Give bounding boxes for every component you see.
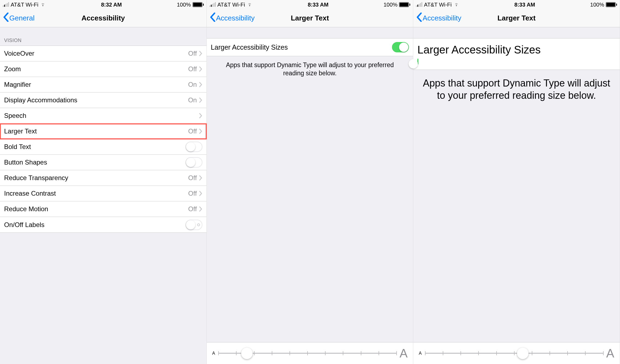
back-button[interactable]: General <box>3 13 35 24</box>
carrier-label: AT&T Wi-Fi <box>11 2 38 8</box>
small-a-icon: A <box>419 351 422 356</box>
carrier-label: AT&T Wi-Fi <box>217 2 245 8</box>
settings-row-speech[interactable]: Speech <box>0 108 206 124</box>
nav-bar: Accessibility Larger Text <box>207 9 413 27</box>
toggle-switch[interactable] <box>185 157 202 168</box>
statusbar-time: 8:33 AM <box>514 2 535 8</box>
row-label: On/Off Labels <box>4 221 185 229</box>
row-label: Button Shapes <box>4 159 185 166</box>
status-bar: AT&T Wi-Fi 8:33 AM 100% <box>413 0 620 9</box>
dynamic-type-footer: Apps that support Dynamic Type will adju… <box>207 56 413 82</box>
settings-row-button-shapes[interactable]: Button Shapes <box>0 155 206 170</box>
battery-percentage: 100% <box>383 2 397 8</box>
row-value: Off <box>188 190 197 197</box>
larger-accessibility-sizes-row: Larger Accessibility Sizes <box>207 38 413 56</box>
chevron-right-icon <box>199 51 202 56</box>
larger-accessibility-sizes-switch[interactable] <box>392 42 409 52</box>
statusbar-time: 8:33 AM <box>308 2 329 8</box>
setting-label: Larger Accessibility Sizes <box>211 43 288 51</box>
chevron-right-icon <box>199 206 202 212</box>
section-header-vision: VISION <box>0 27 206 46</box>
back-label: Accessibility <box>423 14 461 22</box>
settings-row-display-accommodations[interactable]: Display AccommodationsOn <box>0 93 206 108</box>
row-value: On <box>188 96 197 104</box>
chevron-left-icon <box>417 13 422 24</box>
chevron-left-icon <box>210 13 215 24</box>
cellular-signal-icon <box>3 2 9 7</box>
back-button[interactable]: Accessibility <box>417 13 461 24</box>
row-value: Off <box>188 127 197 135</box>
back-label: General <box>9 14 35 22</box>
row-label: Magnifier <box>4 81 188 88</box>
row-value: On <box>188 81 197 88</box>
accessibility-settings-screen: AT&T Wi-Fi 8:32 AM 100% General Accessib… <box>0 0 207 364</box>
chevron-right-icon <box>199 175 202 181</box>
chevron-right-icon <box>199 66 202 72</box>
small-a-icon: A <box>212 351 215 356</box>
wifi-icon <box>40 1 46 8</box>
row-value: Off <box>188 50 197 57</box>
large-a-icon: A <box>606 347 614 360</box>
large-a-icon: A <box>400 347 408 360</box>
row-label: Reduce Transparency <box>4 174 188 182</box>
chevron-right-icon <box>199 97 202 103</box>
row-label: Display Accommodations <box>4 96 188 104</box>
chevron-right-icon <box>199 129 202 134</box>
text-size-slider-row: A A <box>413 342 620 364</box>
carrier-label: AT&T Wi-Fi <box>424 2 451 8</box>
dynamic-type-footer: Apps that support Dynamic Type will adju… <box>413 70 620 109</box>
settings-row-larger-text[interactable]: Larger TextOff <box>0 124 206 139</box>
toggle-switch[interactable] <box>185 142 202 152</box>
cellular-signal-icon <box>209 2 216 7</box>
battery-icon <box>606 2 617 7</box>
row-label: Zoom <box>4 65 188 73</box>
text-size-slider[interactable] <box>218 348 396 359</box>
row-value: Off <box>188 205 197 213</box>
settings-row-on-off-labels[interactable]: On/Off Labels <box>0 217 206 232</box>
settings-row-zoom[interactable]: ZoomOff <box>0 61 206 77</box>
nav-bar: General Accessibility <box>0 9 206 27</box>
text-size-slider[interactable] <box>425 348 603 359</box>
row-value: Off <box>188 65 197 73</box>
row-label: Bold Text <box>4 143 185 151</box>
statusbar-time: 8:32 AM <box>101 2 122 8</box>
text-size-slider-row: A A <box>207 342 413 364</box>
vision-settings-list: VoiceOverOffZoomOffMagnifierOnDisplay Ac… <box>0 46 206 233</box>
larger-text-screen-large: AT&T Wi-Fi 8:33 AM 100% Accessibility La… <box>413 0 620 364</box>
battery-icon <box>193 2 204 7</box>
nav-title: Larger Text <box>291 14 329 22</box>
cellular-signal-icon <box>416 2 422 7</box>
chevron-right-icon <box>199 113 202 118</box>
chevron-left-icon <box>3 13 9 24</box>
row-label: Speech <box>4 112 199 120</box>
row-label: Reduce Motion <box>4 205 188 213</box>
settings-row-increase-contrast[interactable]: Increase ContrastOff <box>0 186 206 201</box>
chevron-right-icon <box>199 191 202 196</box>
battery-percentage: 100% <box>177 2 191 8</box>
settings-row-reduce-motion[interactable]: Reduce MotionOff <box>0 201 206 217</box>
status-bar: AT&T Wi-Fi 8:33 AM 100% <box>207 0 413 9</box>
wifi-icon <box>453 1 459 8</box>
larger-accessibility-sizes-row: Larger Accessibility Sizes <box>413 38 620 70</box>
back-button[interactable]: Accessibility <box>210 13 255 24</box>
larger-text-screen: AT&T Wi-Fi 8:33 AM 100% Accessibility La… <box>207 0 414 364</box>
row-label: VoiceOver <box>4 50 188 57</box>
back-label: Accessibility <box>216 14 255 22</box>
row-label: Increase Contrast <box>4 190 188 197</box>
settings-row-bold-text[interactable]: Bold Text <box>0 139 206 155</box>
larger-accessibility-sizes-switch[interactable] <box>417 59 418 64</box>
nav-bar: Accessibility Larger Text <box>413 9 620 27</box>
settings-row-magnifier[interactable]: MagnifierOn <box>0 77 206 93</box>
battery-percentage: 100% <box>590 2 604 8</box>
settings-row-voiceover[interactable]: VoiceOverOff <box>0 46 206 61</box>
settings-row-reduce-transparency[interactable]: Reduce TransparencyOff <box>0 170 206 186</box>
nav-title: Accessibility <box>81 14 125 22</box>
battery-icon <box>399 2 410 7</box>
toggle-switch[interactable] <box>185 220 202 230</box>
wifi-icon <box>247 1 253 8</box>
chevron-right-icon <box>199 82 202 87</box>
row-value: Off <box>188 174 197 182</box>
setting-label: Larger Accessibility Sizes <box>417 43 616 56</box>
nav-title: Larger Text <box>497 14 536 22</box>
row-label: Larger Text <box>4 127 188 135</box>
